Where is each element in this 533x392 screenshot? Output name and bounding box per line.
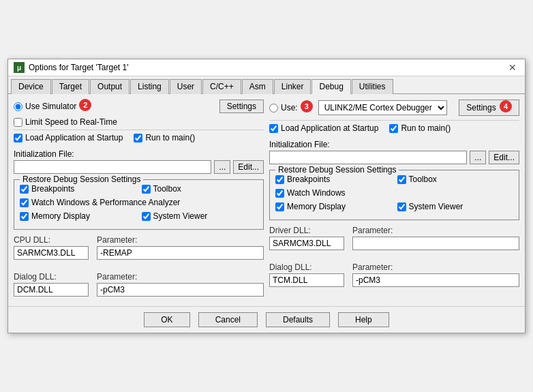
left-cpu-dll-input[interactable] <box>14 246 89 260</box>
left-memory-display-label[interactable]: Memory Display <box>31 211 90 221</box>
left-dialog-dll-input[interactable] <box>14 283 89 297</box>
limit-speed-checkbox[interactable] <box>14 118 22 127</box>
left-cpu-param-label: Parameter: <box>97 235 264 245</box>
right-load-app-label[interactable]: Load Application at Startup <box>281 123 378 133</box>
right-system-viewer-label[interactable]: System Viewer <box>409 202 463 211</box>
right-dialog-dll-input[interactable] <box>269 273 344 287</box>
right-driver-param-field: Parameter: <box>352 226 519 250</box>
left-system-viewer-label[interactable]: System Viewer <box>153 211 208 221</box>
left-memory-display-checkbox[interactable] <box>20 212 29 221</box>
right-memory-display-label[interactable]: Memory Display <box>287 202 346 211</box>
use-label[interactable]: Use: <box>281 103 298 112</box>
left-dialog-param-input[interactable] <box>97 283 264 297</box>
left-cpu-param-field: Parameter: <box>97 235 264 260</box>
tab-output[interactable]: Output <box>90 79 130 94</box>
left-restore-inner: Breakpoints Toolbox Watch Windows & Perf… <box>20 184 258 224</box>
left-init-file-row: ... Edit... <box>14 160 264 174</box>
right-browse-button[interactable]: ... <box>470 151 486 164</box>
use-simulator-label[interactable]: Use Simulator <box>25 102 76 111</box>
left-breakpoints-checkbox[interactable] <box>20 185 29 194</box>
right-driver-param-input[interactable] <box>352 237 519 250</box>
right-run-main-checkbox[interactable] <box>389 124 398 133</box>
dialog-title: Options for Target 'Target 1' <box>29 63 128 72</box>
left-cpu-dll-field: CPU DLL: <box>14 235 89 260</box>
left-init-file-label: Initialization File: <box>14 149 74 159</box>
right-load-run-row: Load Application at Startup Run to main(… <box>269 123 519 136</box>
right-load-app-checkbox[interactable] <box>269 124 278 133</box>
tab-target[interactable]: Target <box>52 79 89 94</box>
tab-listing[interactable]: Listing <box>130 79 169 94</box>
left-dialog-param-field: Parameter: <box>97 272 264 297</box>
left-settings-button[interactable]: Settings <box>219 100 264 113</box>
right-driver-dll-label: Driver DLL: <box>269 226 344 235</box>
right-toolbox-label[interactable]: Toolbox <box>409 175 437 184</box>
use-simulator-radio[interactable] <box>14 102 22 111</box>
right-panel-header: Use: 3 ULINK2/ME Cortex Debugger CMSIS-D… <box>269 100 519 116</box>
left-dialog-dll-label: Dialog DLL: <box>14 272 89 282</box>
left-run-main-checkbox[interactable] <box>134 134 142 142</box>
right-driver-dll-field: Driver DLL: <box>269 226 344 250</box>
right-breakpoints-checkbox[interactable] <box>275 175 284 184</box>
close-button[interactable]: ✕ <box>506 62 519 73</box>
left-panel: Use Simulator 2 Settings Limit Speed to … <box>14 100 264 301</box>
left-load-app-checkbox[interactable] <box>14 134 22 142</box>
right-panel: Use: 3 ULINK2/ME Cortex Debugger CMSIS-D… <box>269 100 519 301</box>
right-edit-button[interactable]: Edit... <box>489 151 519 164</box>
left-init-file-label-row: Initialization File: <box>14 149 264 159</box>
tab-linker[interactable]: Linker <box>274 79 311 94</box>
use-debugger-radio-group: Use: 3 <box>269 102 313 114</box>
right-driver-dll-row: Driver DLL: Parameter: <box>269 226 519 250</box>
badge-3: 3 <box>301 100 313 112</box>
help-button[interactable]: Help <box>338 312 389 327</box>
right-spacer <box>269 254 519 262</box>
main-two-col: Use Simulator 2 Settings Limit Speed to … <box>14 100 519 301</box>
limit-speed-row: Limit Speed to Real-Time <box>14 117 264 127</box>
left-cpu-dll-row: CPU DLL: Parameter: <box>14 235 264 260</box>
left-breakpoints-label[interactable]: Breakpoints <box>31 184 74 194</box>
left-cpu-param-input[interactable] <box>97 246 264 260</box>
right-dialog-param-input[interactable] <box>352 273 519 287</box>
right-system-viewer-checkbox[interactable] <box>397 202 406 211</box>
right-run-main-label[interactable]: Run to main() <box>401 123 451 133</box>
tab-user[interactable]: User <box>170 79 202 94</box>
tab-utilities[interactable]: Utilities <box>352 79 393 94</box>
right-breakpoints-label[interactable]: Breakpoints <box>287 175 330 184</box>
left-run-main-label[interactable]: Run to main() <box>145 133 195 142</box>
title-bar: μ Options for Target 'Target 1' ✕ <box>8 59 525 76</box>
debugger-select[interactable]: ULINK2/ME Cortex Debugger CMSIS-DAP Debu… <box>318 100 447 115</box>
cancel-button[interactable]: Cancel <box>198 312 258 327</box>
use-debugger-radio[interactable] <box>269 104 278 112</box>
limit-speed-label[interactable]: Limit Speed to Real-Time <box>25 117 117 127</box>
right-toolbox-checkbox[interactable] <box>397 175 406 184</box>
left-watch-windows-checkbox[interactable] <box>20 198 29 207</box>
tab-cpp[interactable]: C/C++ <box>202 79 241 94</box>
left-system-viewer-checkbox[interactable] <box>142 212 151 221</box>
right-init-file-row: ... Edit... <box>269 151 519 164</box>
left-watch-windows-label[interactable]: Watch Windows & Performance Analyzer <box>31 198 180 207</box>
left-spacer <box>14 264 264 272</box>
left-init-file-input[interactable] <box>14 160 211 174</box>
left-toolbox-checkbox[interactable] <box>142 185 151 194</box>
right-memory-display-checkbox[interactable] <box>275 202 284 211</box>
left-toolbox-label[interactable]: Toolbox <box>153 184 181 194</box>
options-dialog: μ Options for Target 'Target 1' ✕ Device… <box>7 59 526 333</box>
tab-asm[interactable]: Asm <box>242 79 273 94</box>
left-load-run-row: Load Application at Startup Run to main(… <box>14 133 264 145</box>
right-init-file-input[interactable] <box>269 151 467 164</box>
defaults-button[interactable]: Defaults <box>266 312 330 327</box>
app-icon: μ <box>14 62 25 73</box>
tab-debug[interactable]: Debug <box>311 79 350 94</box>
left-load-app-label[interactable]: Load Application at Startup <box>25 133 123 142</box>
right-driver-dll-input[interactable] <box>269 237 344 250</box>
right-watch-windows-checkbox[interactable] <box>275 189 284 198</box>
tab-device[interactable]: Device <box>11 79 51 94</box>
left-browse-button[interactable]: ... <box>214 160 230 174</box>
right-driver-param-label: Parameter: <box>352 226 519 235</box>
right-init-file-label-row: Initialization File: <box>269 140 519 149</box>
dialog-content: Use Simulator 2 Settings Limit Speed to … <box>8 94 525 306</box>
right-settings-button[interactable]: Settings 4 <box>459 100 519 116</box>
left-edit-button[interactable]: Edit... <box>233 160 264 174</box>
right-dialog-param-label: Parameter: <box>352 262 519 272</box>
ok-button[interactable]: OK <box>144 312 189 327</box>
right-watch-windows-label[interactable]: Watch Windows <box>287 188 346 198</box>
